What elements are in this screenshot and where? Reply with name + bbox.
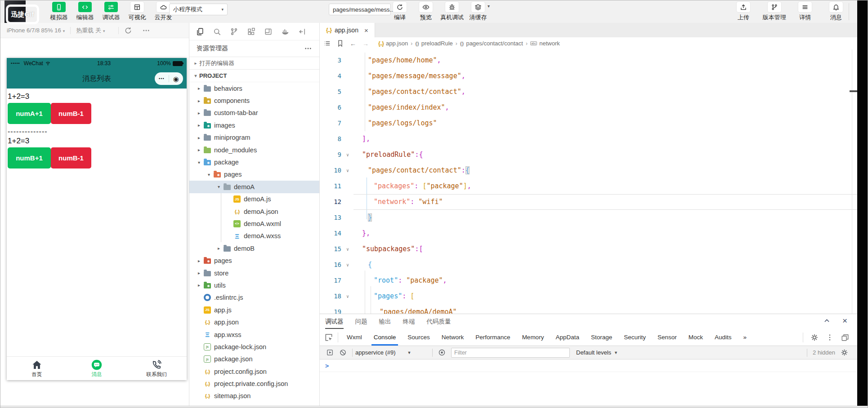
details-button[interactable]: 详情 — [793, 2, 817, 22]
page-select[interactable]: pages/message/mess... ▾ — [329, 4, 391, 15]
debugger-button[interactable]: 调试器 — [99, 2, 123, 22]
tree-item-project.private.config.json[interactable]: {..}project.private.config.json — [189, 377, 319, 390]
docker-icon[interactable] — [281, 27, 290, 36]
tree-item-behaviors[interactable]: ▸behaviors — [189, 82, 319, 94]
mini-button-numb-1[interactable]: numB-1 — [51, 147, 91, 169]
breadcrumb-item[interactable]: {}preloadRule — [415, 40, 453, 47]
tree-item-components[interactable]: ▸components — [189, 94, 319, 106]
tab-messages[interactable]: 消息 — [67, 357, 126, 380]
tree-item-.eslintrc.js[interactable]: .eslintrc.js — [189, 292, 319, 304]
tree-item-package-lock.json[interactable]: jspackage-lock.json — [189, 341, 319, 353]
expand-panel-icon[interactable] — [823, 317, 831, 324]
live-expression-icon[interactable] — [438, 349, 446, 356]
mini-button-numb-1[interactable]: numB-1 — [51, 103, 91, 124]
open-editors-section[interactable]: ▸ 打开的编辑器 — [189, 57, 319, 69]
mode-select[interactable]: 小程序模式 ▾ — [169, 4, 228, 15]
project-section[interactable]: ▾ PROJECT — [189, 69, 319, 82]
nav-forward-icon[interactable]: → — [362, 40, 369, 47]
tree-item-utils[interactable]: ▸utils — [189, 279, 319, 291]
close-panel-icon[interactable]: × — [842, 317, 847, 324]
inspect-element-icon[interactable] — [324, 333, 333, 342]
tree-item-miniprogram[interactable]: ▸miniprogram — [189, 132, 319, 144]
tab-performance[interactable]: Performance — [470, 329, 516, 346]
more-actions-icon[interactable] — [304, 44, 312, 53]
collapse-sidebar-icon[interactable] — [298, 27, 307, 36]
mini-button-numb-1[interactable]: numB+1 — [8, 147, 51, 169]
fold-chevron-icon[interactable]: ∨ — [345, 241, 351, 257]
messages-button[interactable]: 消息 — [824, 2, 848, 22]
tree-item-demoA.wxss[interactable]: ΞdemoA.wxss — [189, 230, 319, 242]
refresh-icon[interactable] — [124, 27, 132, 35]
tab-app-json[interactable]: {..} app.json × — [320, 23, 375, 37]
clear-console-icon[interactable] — [339, 349, 347, 356]
tree-item-sitemap.json[interactable]: {..}sitemap.json — [189, 390, 319, 402]
breadcrumb-item[interactable]: {..}app.json — [378, 40, 408, 47]
tab-network[interactable]: Network — [436, 329, 470, 346]
tree-item-demoA[interactable]: ▾demoA — [189, 181, 319, 193]
extensions-icon[interactable] — [247, 27, 255, 36]
breadcrumb-item[interactable]: abcnetwork — [530, 40, 560, 47]
nav-back-icon[interactable]: ← — [350, 40, 356, 47]
kebab-menu-icon[interactable] — [826, 333, 834, 341]
tab-sensor[interactable]: Sensor — [652, 329, 683, 346]
tab-home[interactable]: 首页 — [7, 357, 67, 380]
upload-button[interactable]: 上传 — [732, 2, 755, 22]
tab-console[interactable]: Console — [368, 329, 402, 346]
dock-side-icon[interactable] — [841, 333, 849, 341]
more-menu-icon[interactable]: ••• — [159, 76, 164, 81]
exit-record-icon[interactable]: ◉ — [173, 75, 179, 82]
tree-item-node-modules[interactable]: ▸node_modules — [189, 144, 319, 156]
run-command-icon[interactable] — [326, 349, 334, 356]
tab-contact[interactable]: 联系我们 — [127, 357, 187, 380]
console-prompt-row[interactable] — [320, 359, 857, 372]
bookmark-icon[interactable] — [336, 40, 344, 47]
source-control-icon[interactable] — [230, 27, 238, 36]
tree-item-package.json[interactable]: jspackage.json — [189, 353, 319, 365]
tree-item-demoA.json[interactable]: {..}demoA.json — [189, 205, 319, 217]
fold-chevron-icon[interactable]: ∨ — [345, 163, 351, 178]
breadcrumb-item[interactable]: {}pages/contact/contact — [460, 40, 523, 47]
settings-icon[interactable] — [810, 333, 819, 341]
compile-button[interactable]: 编译 — [388, 2, 412, 22]
context-select[interactable]: appservice (#9) ▼ — [355, 349, 430, 356]
tab-appdata[interactable]: AppData — [550, 329, 585, 346]
preview-button[interactable]: 预览 — [414, 2, 438, 22]
more-options-icon[interactable] — [142, 27, 150, 35]
layout-icon[interactable] — [264, 27, 273, 36]
mini-button-numa-1[interactable]: numA+1 — [8, 103, 51, 124]
tree-item-package[interactable]: ▾package — [189, 156, 319, 168]
outline-icon[interactable] — [323, 40, 331, 47]
filter-input[interactable] — [451, 348, 570, 358]
tree-item-project.config.json[interactable]: {..}project.config.json — [189, 365, 319, 377]
tab-more[interactable]: » — [738, 329, 753, 346]
tab-code-quality[interactable]: 代码质量 — [427, 315, 451, 329]
tree-item-pages[interactable]: ▾pages — [189, 169, 319, 181]
editor-button[interactable]: 编辑器 — [73, 2, 97, 22]
code-editor[interactable]: 3"pages/home/home",4"pages/message/messa… — [320, 49, 857, 314]
fold-chevron-icon[interactable]: ∨ — [345, 147, 351, 163]
tree-item-store[interactable]: ▸store — [189, 267, 319, 279]
tab-output[interactable]: 输出 — [379, 315, 391, 329]
console-output[interactable]: > — [320, 359, 857, 404]
tab-problems[interactable]: 问题 — [355, 315, 367, 329]
tab-debugger-cn[interactable]: 调试器 — [325, 315, 344, 329]
tree-item-demoB[interactable]: ▸demoB — [189, 242, 319, 254]
tree-item-app.json[interactable]: {..}app.json — [189, 316, 319, 328]
visualizer-button[interactable]: 可视化 — [125, 2, 149, 22]
tab-mock[interactable]: Mock — [683, 329, 709, 346]
close-tab-icon[interactable]: × — [364, 27, 368, 34]
tree-item-app.wxss[interactable]: Ξapp.wxss — [189, 328, 319, 341]
tree-item-pages[interactable]: ▸pages — [189, 254, 319, 266]
tab-terminal[interactable]: 终端 — [403, 315, 415, 329]
tree-item-images[interactable]: ▸images — [189, 119, 319, 131]
tab-audits[interactable]: Audits — [709, 329, 738, 346]
device-debug-button[interactable]: 真机调试 — [440, 2, 464, 22]
tree-item-demoA.js[interactable]: JSdemoA.js — [189, 193, 319, 205]
clear-cache-button[interactable]: ▾清缓存 — [466, 2, 490, 22]
tree-item-app.js[interactable]: JSapp.js — [189, 304, 319, 316]
tab-security[interactable]: Security — [618, 329, 652, 346]
version-button[interactable]: 版本管理 — [763, 2, 786, 22]
tab-sources[interactable]: Sources — [402, 329, 436, 346]
fold-chevron-icon[interactable]: ∨ — [345, 257, 351, 273]
tab-memory[interactable]: Memory — [516, 329, 550, 346]
